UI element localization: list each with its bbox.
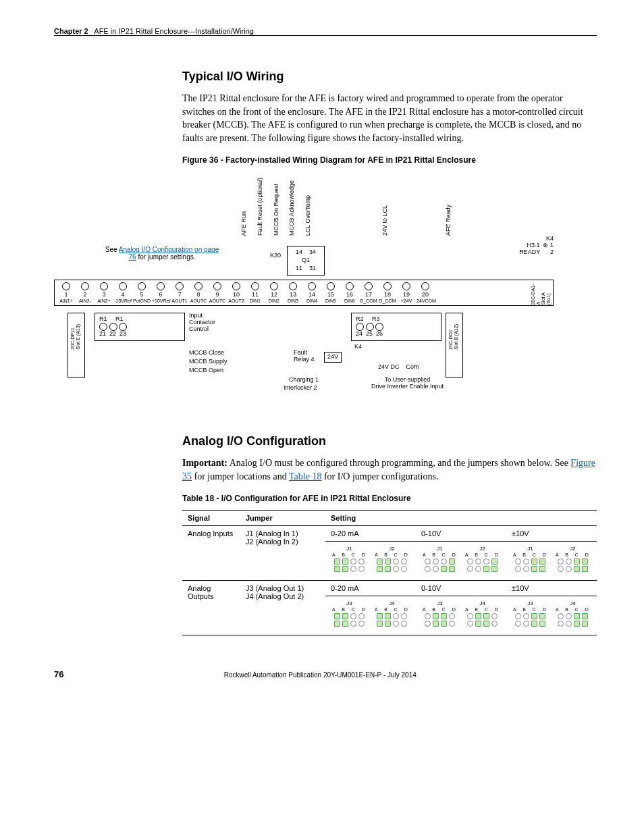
page-footer: 76 Rockwell Automation Publication 20Y-U… — [54, 669, 597, 679]
page-number: 76 — [54, 669, 63, 679]
relay-box-left: R1 R1 21 22 23 — [95, 313, 185, 341]
important-note: Important: Analog I/O must be configured… — [182, 457, 597, 483]
io-config-table: Signal Jumper Setting Analog Inputs J1 (… — [182, 510, 597, 635]
k20-q1-box: 1434 Q1 1131 — [287, 246, 325, 276]
vertical-signal-labels: AFE RunFault Reset (optional)MCCB On Req… — [0, 172, 452, 236]
slot-e-box: 20C-DP11Slot E (A13) — [68, 313, 85, 377]
link-table-18[interactable]: Table 18 — [289, 471, 321, 481]
section1-paragraph: The IP21 Rittal enclosure for the AFE is… — [182, 92, 597, 145]
publication-info: Rockwell Automation Publication 20Y-UM00… — [63, 671, 576, 679]
section-title-analog-io: Analog I/O Configuration — [182, 434, 597, 448]
running-header: Chapter 2 AFE in IP21 Rittal Enclosure—I… — [54, 27, 597, 36]
jumper-note: See Analog I/O Configuration on page 76 … — [101, 246, 223, 261]
figure-caption: Figure 36 - Factory-installed Wiring Dia… — [182, 155, 597, 165]
slot-b-box: 20C-DO1Slot B (A12) — [446, 313, 463, 377]
relay-box-right: R2 R3 24 25 26 — [351, 313, 441, 341]
k4-ready-block: K4 H3.1 ⊗ 1 READY 2 — [519, 236, 554, 256]
table-caption: Table 18 - I/O Configuration for AFE in … — [182, 494, 597, 503]
section-title-io-wiring: Typical I/O Wiring — [182, 70, 597, 84]
terminal-strip: 20C-DA1-ASlot A (A11) 1AIN1+2AIN2-3AIN2+… — [54, 280, 554, 306]
wiring-diagram: AFE RunFault Reset (optional)MCCB On Req… — [54, 172, 554, 414]
